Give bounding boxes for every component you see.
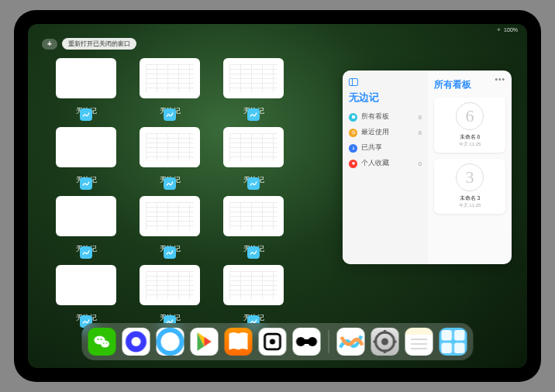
board-timestamp: 今天 11:25: [459, 141, 481, 148]
thumbnail-preview: [56, 58, 116, 98]
svg-point-11: [159, 330, 182, 353]
dock-play-icon[interactable]: [191, 328, 219, 356]
thumbnail-preview: [140, 196, 200, 236]
svg-rect-28: [442, 343, 453, 354]
sidebar-item-label: 所有看板: [361, 112, 389, 122]
thumbnail-preview: [56, 196, 116, 236]
status-bar: ᯤ 100%: [497, 27, 518, 33]
sidebar-item[interactable]: 最近使用 8: [349, 125, 422, 140]
board-title: 未命名 6: [460, 133, 481, 141]
thumbnail-preview: [223, 127, 284, 167]
window-thumbnail[interactable]: 无边记: [140, 58, 200, 116]
reopen-closed-window-button[interactable]: 重新打开已关闭的窗口: [62, 38, 136, 50]
svg-point-6: [101, 339, 102, 340]
freeform-app-icon: [80, 246, 92, 259]
board-timestamp: 今天 11:25: [459, 202, 481, 209]
screen: ᯤ 100% + 重新打开已关闭的窗口 无边记 无边记 无边记: [28, 24, 527, 368]
freeform-app-icon: [247, 246, 260, 259]
window-thumbnail[interactable]: 无边记: [223, 58, 284, 116]
window-thumbnail[interactable]: 无边记: [140, 127, 200, 185]
thumbnail-preview: [140, 127, 200, 167]
dock-wechat-icon[interactable]: [88, 328, 116, 356]
freeform-app-icon: [80, 177, 92, 190]
window-thumbnail[interactable]: 无边记: [56, 127, 116, 185]
freeform-app-icon: [164, 108, 176, 121]
window-thumbnail[interactable]: 无边记: [223, 196, 284, 254]
panel-sidebar: 无边记 所有看板 8 最近使用 8 已共享 个人收藏 0: [343, 70, 428, 264]
window-grid: 无边记 无边记 无边记 无边记 无边记: [56, 58, 284, 323]
thumbnail-preview: [140, 58, 200, 98]
board-sketch: 3: [456, 163, 484, 191]
category-icon: [349, 113, 357, 122]
dock-separator: [329, 330, 329, 353]
sidebar-item[interactable]: 已共享: [349, 140, 422, 156]
freeform-app-icon: [247, 177, 260, 190]
sidebar-item-count: 8: [419, 114, 422, 121]
panel-content: ••• 所有看板 6 未命名 6 今天 11:253 未命名 3 今天 11:2…: [428, 70, 512, 264]
svg-point-13: [270, 339, 275, 344]
freeform-app-icon: [164, 246, 176, 259]
dock-folder-icon[interactable]: [440, 328, 467, 356]
freeform-app-icon: [247, 108, 260, 121]
category-icon: [349, 160, 357, 168]
thumbnail-preview: [56, 127, 116, 167]
board-card[interactable]: 3 未命名 3 今天 11:25: [434, 159, 505, 214]
top-controls: + 重新打开已关闭的窗口: [42, 38, 136, 50]
freeform-app-icon: [80, 108, 92, 121]
svg-point-5: [98, 339, 99, 340]
svg-point-4: [101, 341, 109, 348]
battery-icon: 100%: [504, 27, 518, 33]
svg-rect-16: [301, 339, 312, 344]
thumbnail-preview: [140, 265, 200, 305]
dock-dice-icon[interactable]: [259, 328, 287, 356]
svg-rect-26: [442, 330, 453, 341]
window-thumbnail[interactable]: 无边记: [223, 127, 284, 185]
sidebar-item-count: 0: [419, 160, 422, 167]
dock-books-icon[interactable]: [225, 328, 253, 356]
svg-point-10: [132, 337, 141, 346]
freeform-panel[interactable]: 无边记 所有看板 8 最近使用 8 已共享 个人收藏 0 ••• 所有看板 6 …: [343, 70, 512, 264]
svg-point-2: [353, 146, 354, 148]
more-icon[interactable]: •••: [495, 75, 505, 84]
dock-browser-icon[interactable]: [157, 328, 184, 356]
dock-notes-icon[interactable]: [405, 328, 433, 356]
panel-left-title: 无边记: [349, 91, 422, 105]
sidebar-toggle-icon[interactable]: [349, 78, 358, 86]
board-title: 未命名 3: [460, 194, 481, 202]
svg-rect-0: [352, 115, 355, 119]
window-thumbnail[interactable]: 无边记: [223, 265, 284, 323]
sidebar-item[interactable]: 个人收藏 0: [349, 156, 422, 171]
ipad-frame: ᯤ 100% + 重新打开已关闭的窗口 无边记 无边记 无边记: [14, 10, 541, 382]
thumbnail-preview: [223, 196, 284, 236]
thumbnail-preview: [223, 265, 284, 305]
svg-point-7: [103, 342, 105, 344]
svg-rect-27: [454, 330, 465, 341]
window-thumbnail[interactable]: 无边记: [56, 196, 116, 254]
board-card[interactable]: 6 未命名 6 今天 11:25: [434, 98, 505, 153]
sidebar-item[interactable]: 所有看板 8: [349, 109, 422, 125]
thumbnail-preview: [56, 265, 116, 305]
window-thumbnail[interactable]: 无边记: [140, 265, 200, 323]
dock-freeform-icon[interactable]: [337, 328, 365, 356]
svg-point-18: [381, 339, 388, 346]
svg-point-8: [106, 342, 108, 344]
add-button[interactable]: +: [42, 39, 57, 50]
dock-settings-icon[interactable]: [371, 328, 399, 356]
board-sketch: 6: [456, 102, 484, 130]
wifi-icon: ᯤ: [497, 27, 502, 33]
dock: [82, 323, 474, 360]
window-thumbnail[interactable]: 无边记: [56, 265, 116, 323]
sidebar-item-count: 8: [419, 129, 422, 136]
thumbnail-preview: [223, 58, 284, 98]
sidebar-item-label: 已共享: [361, 143, 382, 153]
sidebar-item-label: 最近使用: [361, 128, 389, 137]
sidebar-item-label: 个人收藏: [361, 159, 389, 168]
category-icon: [349, 144, 357, 153]
window-thumbnail[interactable]: 无边记: [140, 196, 200, 254]
svg-rect-29: [454, 343, 465, 354]
freeform-app-icon: [164, 177, 176, 190]
category-icon: [349, 129, 357, 137]
dock-barbell-icon[interactable]: [293, 328, 321, 356]
window-thumbnail[interactable]: 无边记: [56, 58, 116, 116]
dock-quark-icon[interactable]: [122, 328, 150, 356]
